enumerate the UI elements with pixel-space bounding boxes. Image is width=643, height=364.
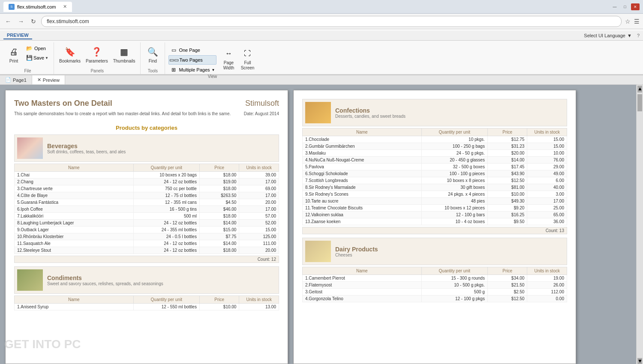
table-row: 1.Chai10 boxes x 20 bags$18.0039.00: [15, 172, 279, 179]
find-label: Find: [149, 59, 157, 64]
table-row: 10.Rhönbräu Klosterbier24 - 0.5 l bottle…: [15, 233, 279, 240]
vertical-scrollbar[interactable]: ▲ ▼: [636, 85, 643, 364]
thumbnails-label: Thumbnails: [113, 59, 135, 64]
ribbon-group-tools: 🔍 Find Tools: [141, 42, 165, 74]
table-row: 8.Sir Rodney's Marmalade30 gift boxes$81…: [303, 184, 567, 191]
thumbnails-button[interactable]: ▦ Thumbnails: [111, 44, 137, 65]
back-button[interactable]: ←: [3, 17, 13, 26]
table-row: 6.Schoggi Schokolade100 - 100 g pieces$4…: [303, 170, 567, 177]
parameters-label: Parameters: [86, 59, 108, 64]
app-header: PREVIEW Select UI Language ▼ ? 🖨 Print 📂…: [0, 29, 643, 85]
col-name-header: Name: [15, 164, 134, 172]
forward-button[interactable]: →: [16, 17, 26, 26]
ribbon-group-file: 🖨 Print 📂 Open 💾 Save ▼: [2, 42, 54, 74]
condiments-col-qty: Quantity per unit: [133, 296, 199, 304]
condiments-name: Condiments: [47, 274, 163, 281]
refresh-button[interactable]: ↻: [29, 17, 38, 26]
minimize-button[interactable]: —: [610, 3, 619, 10]
confections-image: [305, 102, 331, 123]
table-row: 10.Tarte au sucre48 pies$49.3017.00: [303, 198, 567, 205]
favicon: S: [9, 4, 15, 10]
table-row: 11.Sasquatch Ale24 - 12 oz bottles$14.00…: [15, 240, 279, 247]
find-button[interactable]: 🔍 Find: [144, 44, 161, 65]
full-screen-icon: ⛶: [240, 47, 254, 60]
table-row: 4.Gorgonzola Telino12 - 100 g pkgs$12.50…: [303, 295, 567, 302]
panels-group-label: Panels: [57, 69, 137, 74]
beverages-image: [17, 137, 43, 159]
star-icon[interactable]: ☆: [625, 18, 631, 25]
parameters-button[interactable]: ❓ Parameters: [84, 44, 110, 65]
bookmarks-icon: 🔖: [63, 45, 77, 59]
address-bar: ← → ↻ flex.stimulsoft.com ☆ ☰: [0, 14, 643, 29]
open-icon: 📂: [26, 45, 33, 52]
page-tabs: 📄 Page1 ✕ Preview: [0, 75, 643, 84]
scroll-down-button[interactable]: ▼: [637, 358, 642, 364]
right-page: Confections Desserts, candies, and sweet…: [293, 90, 576, 364]
parameters-icon: ❓: [90, 45, 104, 59]
find-icon: 🔍: [146, 45, 159, 59]
report-desc-date: This sample demonstrates how to create a…: [14, 111, 279, 121]
table-row: 3.Chartreuse verte750 cc per bottle$18.0…: [15, 185, 279, 192]
page1-tab[interactable]: 📄 Page1: [0, 75, 32, 84]
table-row: 6.Ipoh Coffee16 - 500 g tins$46.0017.00: [15, 206, 279, 213]
two-pages-icon: ▭▭: [171, 57, 177, 63]
dairy-col-qty: Quantity per unit: [421, 267, 487, 275]
print-button[interactable]: 🖨 Print: [5, 44, 22, 65]
beverages-header: Beverages Soft drinks, coffees, teas, be…: [14, 134, 279, 162]
maximize-button[interactable]: □: [621, 3, 629, 10]
bookmarks-button[interactable]: 🔖 Bookmarks: [57, 44, 82, 65]
close-button[interactable]: ✕: [631, 3, 640, 10]
file-group-label: File: [5, 69, 50, 74]
dairy-name: Dairy Products: [335, 246, 378, 253]
confections-desc: Desserts, candies, and sweet breads: [335, 114, 406, 119]
confections-count: Count: 13: [302, 227, 567, 234]
table-row: 1.Camembert Pierrot15 - 300 g rounds$34.…: [303, 275, 567, 282]
save-button[interactable]: 💾 Save ▼: [24, 54, 50, 62]
scroll-up-button[interactable]: ▲: [637, 86, 642, 92]
save-label: Save: [33, 55, 44, 60]
tab-close-button[interactable]: ✕: [63, 4, 67, 9]
url-bar[interactable]: flex.stimulsoft.com: [41, 16, 622, 27]
condiments-desc: Sweet and savory sauces, relishes, sprea…: [47, 281, 163, 286]
browser-titlebar: S flex.stimulsoft.com ✕ — □ ✕: [0, 0, 643, 14]
ribbon-panels-content: 🔖 Bookmarks ❓ Parameters ▦ Thumbnails: [57, 42, 137, 69]
scroll-thumb[interactable]: [637, 94, 642, 111]
ribbon-view-content: ▭ One Page ▭▭ Two Pages ⊞ Multiple Pages…: [168, 42, 256, 74]
confections-col-stock: Units in stock: [527, 128, 567, 136]
condiments-col-price: Price: [199, 296, 239, 304]
one-page-button[interactable]: ▭ One Page: [168, 46, 216, 54]
pages-container: Two Masters on One Detail Stimulsoft Thi…: [0, 85, 636, 364]
open-button[interactable]: 📂 Open: [24, 44, 50, 53]
view-group-label: View: [168, 74, 256, 80]
help-icon[interactable]: ?: [637, 33, 640, 38]
condiments-image: [17, 269, 43, 291]
select-language-button[interactable]: Select UI Language ▼ ?: [584, 33, 640, 38]
preview-tab[interactable]: ✕ Preview: [32, 75, 65, 84]
page-width-icon: ↔: [222, 47, 235, 60]
save-icon: 💾: [26, 54, 33, 61]
table-row: 2.Chang24 - 12 oz bottles$19.0017.00: [15, 179, 279, 185]
ribbon-group-panels: 🔖 Bookmarks ❓ Parameters ▦ Thumbnails Pa…: [54, 42, 141, 74]
multiple-pages-button[interactable]: ⊞ Multiple Pages ▼: [168, 66, 216, 74]
table-row: 3.Maxilaku24 - 50 g pkgs.$20.0010.00: [303, 150, 567, 157]
page-width-button[interactable]: ↔ PageWidth: [220, 46, 237, 72]
full-screen-button[interactable]: ⛶ FullScreen: [239, 46, 256, 72]
save-main: 💾 Save ▼: [26, 54, 48, 61]
one-page-icon: ▭: [170, 47, 177, 54]
two-pages-button[interactable]: ▭▭ Two Pages: [168, 55, 216, 65]
menu-icon[interactable]: ☰: [634, 18, 640, 25]
ribbon-tools-content: 🔍 Find: [144, 42, 161, 69]
confections-name: Confections: [335, 107, 406, 114]
table-row: 1.Chocolade10 pkgs.$12.7515.00: [303, 136, 567, 143]
table-row: 3.Geitost500 g$2.50112.00: [303, 289, 567, 295]
tab-title: flex.stimulsoft.com: [17, 4, 56, 9]
beverages-name: Beverages: [47, 143, 126, 149]
dairy-table: Name Quantity per unit Price Units in st…: [302, 267, 567, 302]
dairy-desc: Cheeses: [335, 253, 378, 257]
scroll-track[interactable]: [637, 93, 643, 357]
browser-tab[interactable]: S flex.stimulsoft.com ✕: [3, 2, 72, 12]
two-pages-label: Two Pages: [179, 57, 202, 63]
preview-tab-close-icon[interactable]: ✕: [37, 77, 41, 83]
dropdown-arrow-icon: ▼: [627, 33, 632, 38]
page-icon: 📄: [5, 77, 11, 83]
